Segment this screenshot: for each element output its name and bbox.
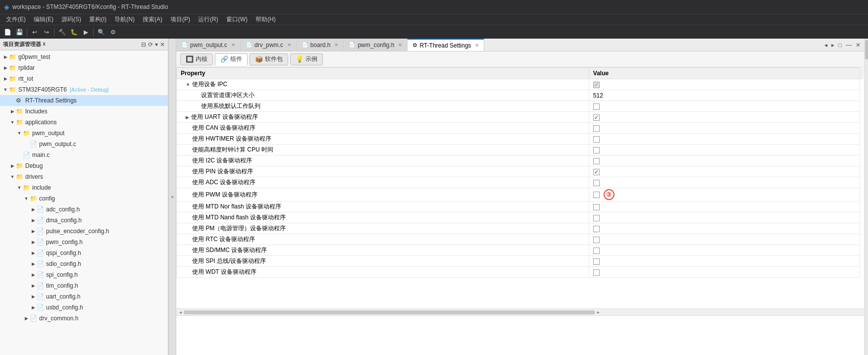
checkbox-2[interactable] <box>593 103 600 110</box>
sub-tab-3[interactable]: 💡 示例 <box>290 53 323 65</box>
menu-refactor[interactable]: 重构(I) <box>85 14 110 25</box>
collapse-handle[interactable]: » <box>168 39 176 355</box>
sidebar-tree-item-4[interactable]: ⚙ RT-Thread Settings <box>0 95 168 106</box>
menu-project[interactable]: 项目(P) <box>166 14 194 25</box>
sidebar-tree-item-9[interactable]: 📄 main.c <box>0 150 168 160</box>
value-cell-5[interactable] <box>589 134 860 145</box>
sidebar-tree[interactable]: ▶ 📁 g0pwm_test ▶ 📁 rplidar ▶ 📁 rtt_iot ▼… <box>0 51 168 355</box>
checkbox-15[interactable] <box>593 248 600 254</box>
scroll-right-arrow[interactable]: ▸ <box>595 309 602 315</box>
sidebar-tree-item-16[interactable]: ▶ 📄 pulse_encoder_config.h <box>0 226 168 237</box>
tab-scroll-left[interactable]: ◂ <box>823 42 829 49</box>
sub-tab-0[interactable]: 🔲 内核 <box>180 53 213 65</box>
value-cell-10[interactable]: ③ <box>589 188 860 202</box>
table-row-0[interactable]: ▼使用设备 IPC <box>177 79 864 90</box>
toolbar-undo[interactable]: ↩ <box>29 27 40 38</box>
checkbox-10[interactable] <box>593 192 600 198</box>
sidebar-tree-item-11[interactable]: ▼ 📁 drivers <box>0 171 168 182</box>
value-cell-4[interactable] <box>589 123 860 134</box>
tab-close-4[interactable]: ✕ <box>475 43 479 48</box>
table-row-8[interactable]: 使用 PIN 设备驱动程序 <box>177 166 864 177</box>
value-cell-17[interactable] <box>589 267 860 278</box>
menu-source[interactable]: 源码(S) <box>57 14 85 25</box>
tab-2[interactable]: 📄 board.h ✕ <box>297 39 344 51</box>
value-cell-11[interactable] <box>589 202 860 212</box>
value-cell-15[interactable] <box>589 245 860 256</box>
menu-window[interactable]: 窗口(W) <box>222 14 252 25</box>
sidebar-tree-item-12[interactable]: ▼ 📁 include <box>0 182 168 193</box>
value-cell-16[interactable] <box>589 256 860 267</box>
sidebar-tree-item-8[interactable]: 📄 pwm_output.c <box>0 139 168 150</box>
value-cell-9[interactable] <box>589 177 860 188</box>
checkbox-11[interactable] <box>593 204 600 210</box>
checkbox-16[interactable] <box>593 258 600 265</box>
right-scroll[interactable] <box>864 39 868 355</box>
table-row-7[interactable]: 使用 I2C 设备驱动程序 <box>177 155 864 166</box>
table-row-5[interactable]: 使用 HWTIMER 设备驱动程序 <box>177 134 864 145</box>
tab-close-3[interactable]: ✕ <box>398 42 402 48</box>
tab-close-2[interactable]: ✕ <box>334 42 338 48</box>
menu-navigate[interactable]: 导航(N) <box>110 14 139 25</box>
tab-close-all[interactable]: ✕ <box>854 42 862 49</box>
sidebar-tree-item-17[interactable]: ▶ 📄 pwm_config.h <box>0 237 168 248</box>
sidebar-tree-item-20[interactable]: ▶ 📄 spi_config.h <box>0 269 168 280</box>
tab-minimize[interactable]: — <box>844 42 853 49</box>
table-row-12[interactable]: 使用 MTD Nand flash 设备驱动程序 <box>177 212 864 223</box>
sidebar-tree-item-1[interactable]: ▶ 📁 rplidar <box>0 62 168 73</box>
menu-edit[interactable]: 编辑(E) <box>30 14 57 25</box>
checkbox-13[interactable] <box>593 226 600 232</box>
sidebar-tree-item-13[interactable]: ▼ 📁 config <box>0 193 168 204</box>
sub-tab-2[interactable]: 📦 软件包 <box>250 53 288 65</box>
value-cell-0[interactable] <box>589 79 860 90</box>
toolbar-build[interactable]: 🔨 <box>56 27 67 38</box>
value-cell-8[interactable] <box>589 166 860 177</box>
checkbox-0[interactable] <box>593 82 600 88</box>
sidebar-tree-item-5[interactable]: ▶ 📁 Includes <box>0 106 168 117</box>
toolbar-save[interactable]: 💾 <box>14 27 25 38</box>
table-row-16[interactable]: 使用 SPI 总线/设备驱动程序 <box>177 256 864 267</box>
checkbox-6[interactable] <box>593 147 600 153</box>
value-cell-12[interactable] <box>589 212 860 223</box>
tab-3[interactable]: 📄 pwm_config.h ✕ <box>344 39 408 51</box>
toolbar-redo[interactable]: ↪ <box>41 27 52 38</box>
table-row-10[interactable]: 使用 PWM 设备驱动程序③ <box>177 188 864 202</box>
table-row-4[interactable]: 使用 CAN 设备驱动程序 <box>177 123 864 134</box>
tab-4[interactable]: ⚙ RT-Thread Settings ✕ <box>408 39 484 51</box>
checkbox-8[interactable] <box>593 169 600 175</box>
value-cell-7[interactable] <box>589 155 860 166</box>
checkbox-7[interactable] <box>593 158 600 164</box>
tab-1[interactable]: 📄 drv_pwm.c ✕ <box>241 39 297 51</box>
toolbar-debug[interactable]: 🐛 <box>68 27 79 38</box>
menu-file[interactable]: 文件(E) <box>2 14 30 25</box>
checkbox-3[interactable] <box>593 114 600 121</box>
value-cell-1[interactable]: 512 <box>589 90 860 101</box>
toolbar-run[interactable]: ▶ <box>80 27 91 38</box>
sidebar-tree-item-7[interactable]: ▼ 📁 pwm_output <box>0 128 168 139</box>
sidebar-menu-btn[interactable]: ▾ <box>155 41 158 48</box>
h-scroll-thumb[interactable] <box>184 310 595 314</box>
sidebar-tree-item-19[interactable]: ▶ 📄 sdio_config.h <box>0 258 168 269</box>
sidebar-sync-btn[interactable]: ⟳ <box>148 41 153 48</box>
tab-0[interactable]: 📄 pwm_output.c ✕ <box>176 39 241 51</box>
checkbox-5[interactable] <box>593 136 600 143</box>
toolbar-new[interactable]: 📄 <box>2 27 13 38</box>
checkbox-9[interactable] <box>593 180 600 186</box>
table-row-2[interactable]: 使用系统默认工作队列 <box>177 101 864 112</box>
table-row-9[interactable]: 使用 ADC 设备驱动程序 <box>177 177 864 188</box>
tab-scroll-right[interactable]: ▸ <box>830 42 836 49</box>
sidebar-tree-item-22[interactable]: ▶ 📄 uart_config.h <box>0 291 168 302</box>
sidebar-tree-item-2[interactable]: ▶ 📁 rtt_iot <box>0 73 168 84</box>
checkbox-12[interactable] <box>593 215 600 221</box>
table-row-17[interactable]: 使用 WDT 设备驱动程序 <box>177 267 864 278</box>
settings-table[interactable]: Property Value ▼使用设备 IPC设置管道缓冲区大小512使用系统… <box>176 67 864 308</box>
scroll-left-arrow[interactable]: ◂ <box>177 309 184 315</box>
table-row-15[interactable]: 使用 SD/MMC 设备驱动程序 <box>177 245 864 256</box>
right-scroll-thumb[interactable] <box>865 40 868 59</box>
sidebar-tree-item-3[interactable]: ▼ 📁 STM32F405RGT6 [Active - Debug] <box>0 84 168 95</box>
value-cell-3[interactable] <box>589 112 860 123</box>
tab-close-1[interactable]: ✕ <box>287 42 291 48</box>
table-row-13[interactable]: 使用 PM（电源管理）设备驱动程序 <box>177 223 864 234</box>
sidebar-tree-item-0[interactable]: ▶ 📁 g0pwm_test <box>0 51 168 62</box>
sidebar-close-btn[interactable]: ✕ <box>160 41 165 48</box>
tab-maximize[interactable]: □ <box>837 42 843 49</box>
